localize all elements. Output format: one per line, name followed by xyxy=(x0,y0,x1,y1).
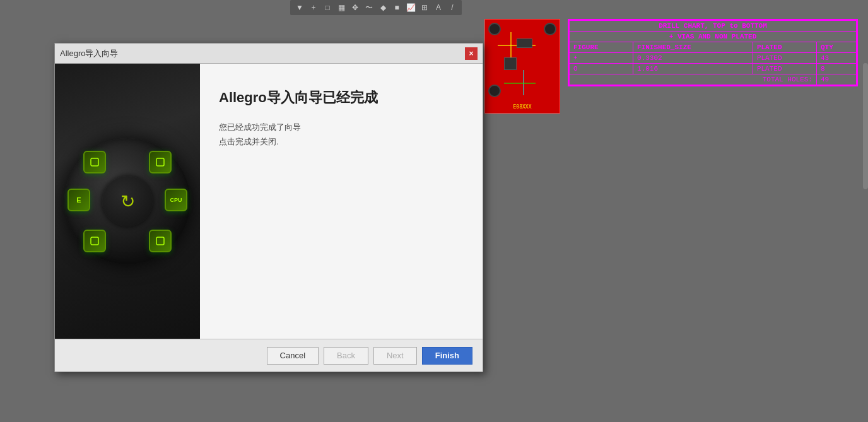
dialog-titlebar: Allegro导入向导 × xyxy=(55,44,483,64)
cursor-icon[interactable]: ✥ xyxy=(349,2,361,13)
bom-row2-figure: O xyxy=(570,64,633,74)
bom-col-size: FINISHED_SIZE xyxy=(633,42,753,53)
svg-rect-2 xyxy=(91,237,98,245)
toolbar: ▼ + □ ▦ ✥ 〜 ◆ ■ 📈 ⊞ A / xyxy=(290,0,462,15)
diamond-icon[interactable]: ◆ xyxy=(377,2,389,13)
bom-total-row: TOTAL HOLES: 49 xyxy=(570,74,857,85)
wave-icon[interactable]: 〜 xyxy=(363,2,375,13)
text-icon[interactable]: A xyxy=(433,2,444,13)
back-button[interactable]: Back xyxy=(324,347,368,365)
bom-row1-figure: + xyxy=(570,53,633,64)
bom-subtitle: + VIAS AND NON PLATED xyxy=(570,32,857,42)
filter-icon[interactable]: ▼ xyxy=(294,2,305,13)
bom-total-value: 49 xyxy=(816,74,856,85)
graph-icon[interactable]: 📈 xyxy=(405,2,416,13)
dialog-title: Allegro导入向导 xyxy=(60,48,118,59)
bom-col-qty: QTY xyxy=(816,42,856,53)
pcb-thumbnail: E08XXX xyxy=(484,19,560,114)
rect-icon[interactable]: □ xyxy=(322,2,333,13)
bom-row-1: + 0.3302 PLATED 43 xyxy=(570,53,857,64)
dialog-content-panel: Allegro导入向导已经完成 您已经成功完成了向导 点击完成并关闭. xyxy=(200,64,483,339)
svg-rect-0 xyxy=(91,158,98,166)
svg-rect-1 xyxy=(156,158,164,166)
bom-total-label: TOTAL HOLES: xyxy=(570,74,817,85)
bom-row2-qty: 8 xyxy=(816,64,856,74)
dial-center: ↻ xyxy=(102,176,153,226)
right-scrollbar[interactable] xyxy=(863,63,868,189)
finish-button[interactable]: Finish xyxy=(422,347,472,365)
bom-row-2: O 1.016 PLATED 8 xyxy=(570,64,857,74)
dialog-close-button[interactable]: × xyxy=(465,47,478,60)
cancel-button[interactable]: Cancel xyxy=(267,347,319,365)
bom-row2-size: 1.016 xyxy=(633,64,753,74)
key-button-mr: CPU xyxy=(165,189,187,211)
allegro-import-dialog: Allegro导入向导 × E CPU xyxy=(54,43,483,372)
bom-row1-plated: PLATED xyxy=(753,53,816,64)
key-button-bl xyxy=(83,230,106,252)
plus-icon[interactable]: + xyxy=(308,2,319,13)
bom-row1-size: 0.3302 xyxy=(633,53,753,64)
bom-table: DRILL CHART, TOP to BOTTOM + VIAS AND NO… xyxy=(568,19,858,86)
square-icon[interactable]: ■ xyxy=(391,2,402,13)
dialog-footer: Cancel Back Next Finish xyxy=(55,339,483,372)
key-button-tr xyxy=(149,151,172,173)
dial-graphic: E CPU ↻ xyxy=(64,138,191,264)
svg-rect-3 xyxy=(156,237,164,245)
dial-arrow-icon: ↻ xyxy=(120,191,135,212)
key-button-ml: E xyxy=(67,189,90,211)
completion-title: Allegro导入向导已经完成 xyxy=(219,89,464,107)
key-button-tl xyxy=(83,151,106,173)
chart-icon[interactable]: ▦ xyxy=(336,2,347,13)
next-button[interactable]: Next xyxy=(373,347,417,365)
dialog-image-panel: E CPU ↻ xyxy=(55,64,200,339)
key-button-br xyxy=(149,230,172,252)
bom-title: DRILL CHART, TOP to BOTTOM xyxy=(570,21,857,32)
dialog-body: E CPU ↻ Alle xyxy=(55,64,483,339)
completion-desc: 您已经成功完成了向导 点击完成并关闭. xyxy=(219,120,464,149)
bom-row2-plated: PLATED xyxy=(753,64,816,74)
completion-desc-line1: 您已经成功完成了向导 xyxy=(219,120,464,134)
completion-desc-line2: 点击完成并关闭. xyxy=(219,134,464,149)
grid-icon[interactable]: ⊞ xyxy=(419,2,430,13)
bom-row1-qty: 43 xyxy=(816,53,856,64)
bom-col-figure: FIGURE xyxy=(570,42,633,53)
pen-icon[interactable]: / xyxy=(447,2,458,13)
bom-col-plated: PLATED xyxy=(753,42,816,53)
